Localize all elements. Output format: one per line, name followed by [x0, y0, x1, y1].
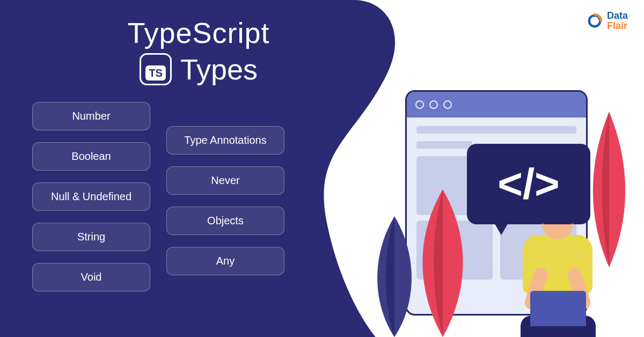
type-pill: Void	[32, 263, 150, 291]
title-line1: TypeScript	[75, 16, 322, 49]
type-pills-container: Number Boolean Null & Undefined String V…	[32, 102, 322, 291]
person-hair	[540, 205, 575, 224]
leaf-pink-icon	[413, 187, 472, 337]
type-pill: Objects	[166, 207, 284, 235]
type-column-right: Type Annotations Never Objects Any	[166, 126, 284, 291]
type-pill: Boolean	[32, 142, 150, 171]
browser-titlebar	[407, 92, 586, 118]
type-column-left: Number Boolean Null & Undefined String V…	[32, 102, 150, 291]
illustration: </>	[360, 90, 628, 337]
type-pill: String	[32, 223, 150, 251]
window-dot-icon	[443, 100, 452, 109]
type-pill: Any	[166, 247, 284, 275]
logo-text-line1: Data	[607, 11, 628, 21]
title-block: TypeScript TS Types	[75, 16, 322, 86]
type-pill: Null & Undefined	[32, 182, 150, 211]
window-dot-icon	[429, 100, 438, 109]
laptop-icon	[530, 291, 586, 328]
type-pill: Number	[32, 102, 150, 130]
person-with-laptop-icon	[504, 208, 612, 337]
window-dot-icon	[415, 100, 424, 109]
content-panel: TypeScript TS Types Number Boolean Null …	[0, 0, 343, 337]
title-line2: Types	[180, 53, 258, 86]
leaf-purple-icon	[370, 214, 419, 337]
placeholder-line	[416, 126, 576, 134]
logo-icon	[586, 12, 604, 30]
placeholder-line	[416, 141, 472, 149]
typescript-badge-icon: TS	[140, 53, 172, 85]
code-icon: </>	[497, 159, 560, 209]
type-pill: Type Annotations	[166, 126, 284, 155]
type-pill: Never	[166, 166, 284, 195]
dataflair-logo: Data Flair	[586, 11, 628, 31]
logo-text-line2: Flair	[607, 21, 628, 31]
